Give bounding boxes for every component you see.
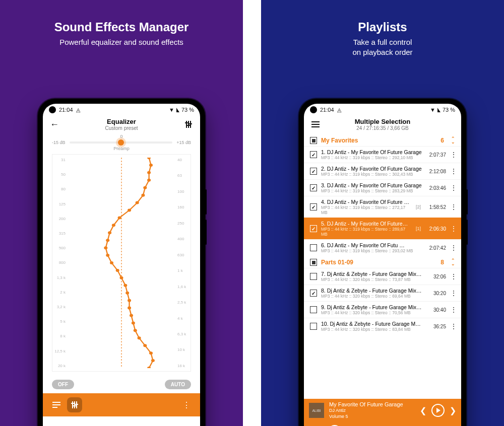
- dnd-icon: ◬: [76, 107, 80, 113]
- track-overflow-icon[interactable]: ⋮: [450, 245, 457, 250]
- track-row[interactable]: 4. DJ Antiz - My Favorite Of Future …MP3…: [304, 196, 461, 218]
- svg-point-23: [132, 321, 135, 324]
- hero-subtitle: Take a full controlon playback order: [261, 37, 504, 58]
- track-duration: 2:12:08: [426, 169, 446, 174]
- prev-icon[interactable]: ❮: [420, 406, 426, 415]
- track-title: 2. DJ Antiz - My Favorite Of Future Gara…: [321, 166, 422, 172]
- axis-tick: 20 k: [54, 364, 66, 368]
- track-duration: 2:07:37: [426, 152, 446, 158]
- track-checkbox[interactable]: [310, 323, 317, 330]
- axis-tick: 63: [177, 173, 188, 178]
- track-meta: MP3 :: 44 kHz :: 320 kbps :: Stereo :: 6…: [321, 294, 422, 299]
- track-title: 10. Dj Antiz & Zebyte - Future Garage Mi…: [321, 321, 422, 327]
- section-name: My Favorites: [321, 137, 358, 144]
- track-checkbox[interactable]: [310, 203, 317, 210]
- svg-point-24: [134, 329, 137, 332]
- axis-tick: 6,3 k: [177, 332, 188, 336]
- playlist-section-header[interactable]: My Favorites 6 ⌃⌄: [304, 134, 461, 146]
- eq-nav-icon[interactable]: [67, 397, 82, 412]
- track-row[interactable]: 7. Dj Antiz & Zebyte - Future Garage Mix…: [304, 268, 461, 285]
- now-playing-bar[interactable]: ALIBI My Favorite Of Future Garage DJ An…: [304, 399, 461, 422]
- track-meta: MP3 :: 44 kHz :: 319 kbps :: Stereo :: 2…: [321, 188, 422, 193]
- svg-point-15: [110, 261, 113, 264]
- eq-auto-button[interactable]: AUTO: [165, 380, 191, 389]
- next-icon[interactable]: ❯: [450, 406, 456, 415]
- track-meta: MP3 :: 44 kHz :: 320 kbps :: Stereo :: 8…: [321, 327, 422, 332]
- track-overflow-icon[interactable]: ⋮: [450, 204, 457, 209]
- battery-text: 73 %: [181, 107, 194, 113]
- eq-off-button[interactable]: OFF: [52, 380, 74, 389]
- track-checkbox[interactable]: [310, 184, 317, 191]
- svg-point-18: [123, 284, 127, 287]
- phone-frame: 21:04 ◬ ▼ 73 % ← Equalizer Custom preset: [38, 99, 205, 426]
- back-icon[interactable]: ←: [48, 118, 61, 131]
- svg-point-6: [141, 194, 145, 197]
- track-checkbox[interactable]: [310, 225, 317, 232]
- track-title: 9. Dj Antiz & Zebyte - Future Garage Mix…: [321, 304, 422, 310]
- preamp-knob[interactable]: [118, 139, 124, 146]
- track-title: 3. DJ Antiz - My Favorite Of Future Gara…: [321, 182, 422, 188]
- track-row[interactable]: 5. DJ Antiz - My Favorite Of Future…MP3 …: [304, 218, 461, 239]
- track-duration: 32:06: [426, 274, 446, 279]
- status-bar: 21:04 ◬ ▼ 73 %: [43, 104, 200, 116]
- now-title: My Favorite Of Future Garage: [329, 401, 415, 407]
- overflow-icon[interactable]: ⋮: [179, 397, 194, 412]
- playlist-section-header[interactable]: Parts 01-09 8 ⌃⌄: [304, 256, 461, 268]
- track-row[interactable]: 2. DJ Antiz - My Favorite Of Future Gara…: [304, 163, 461, 179]
- axis-tick: 100: [177, 189, 188, 194]
- svg-point-14: [106, 254, 109, 257]
- track-meta: MP3 :: 44 kHz :: 319 kbps :: Stereo :: 2…: [321, 227, 411, 237]
- track-row[interactable]: 1. DJ Antiz - My Favorite Of Future Gara…: [304, 146, 461, 163]
- section-checkbox-icon[interactable]: [310, 259, 317, 266]
- section-checkbox-icon[interactable]: [310, 137, 317, 144]
- axis-tick: 1,6 k: [177, 285, 188, 289]
- track-overflow-icon[interactable]: ⋮: [450, 226, 457, 231]
- track-overflow-icon[interactable]: ⋮: [450, 307, 457, 312]
- track-overflow-icon[interactable]: ⋮: [450, 185, 457, 190]
- svg-point-8: [128, 209, 131, 212]
- track-row[interactable]: 10. Dj Antiz & Zebyte - Future Garage Mi…: [304, 318, 461, 334]
- playlist-nav-icon[interactable]: [49, 397, 64, 412]
- track-title: 1. DJ Antiz - My Favorite Of Future Gara…: [321, 149, 422, 155]
- axis-tick: 315: [54, 231, 66, 236]
- track-duration: 36:25: [426, 324, 446, 329]
- svg-point-13: [104, 246, 107, 249]
- axis-tick: 1,3 k: [54, 275, 66, 280]
- track-row[interactable]: 3. DJ Antiz - My Favorite Of Future Gara…: [304, 179, 461, 196]
- section-sort-icon[interactable]: ⌃⌄: [451, 137, 455, 144]
- track-overflow-icon[interactable]: ⋮: [450, 324, 457, 329]
- svg-point-20: [128, 299, 131, 302]
- track-checkbox[interactable]: [310, 306, 317, 313]
- preamp-slider[interactable]: [70, 141, 173, 144]
- track-row[interactable]: 9. Dj Antiz & Zebyte - Future Garage Mix…: [304, 301, 461, 318]
- track-overflow-icon[interactable]: ⋮: [450, 169, 457, 174]
- track-duration: 2:06:30: [426, 226, 446, 232]
- track-title: 4. DJ Antiz - My Favorite Of Future …: [321, 199, 411, 205]
- menu-icon[interactable]: [309, 118, 322, 131]
- track-title: 7. Dj Antiz & Zebyte - Future Garage Mix…: [321, 271, 422, 277]
- track-overflow-icon[interactable]: ⋮: [450, 274, 457, 279]
- play-icon[interactable]: [431, 404, 445, 417]
- svg-point-28: [151, 359, 155, 362]
- track-checkbox[interactable]: [310, 151, 317, 158]
- track-duration: 2:03:46: [426, 185, 446, 191]
- track-checkbox[interactable]: [310, 168, 317, 175]
- section-sort-icon[interactable]: ⌃⌄: [451, 259, 455, 266]
- page-subtitle: Custom preset: [61, 125, 182, 131]
- axis-tick: 50: [54, 172, 66, 177]
- track-row[interactable]: 8. Dj Antiz & Zebyte - Future Garage Mix…: [304, 285, 461, 301]
- status-time: 21:04: [320, 107, 334, 113]
- track-checkbox[interactable]: [310, 244, 317, 251]
- axis-tick: 10 k: [177, 347, 188, 352]
- svg-point-26: [143, 344, 147, 347]
- eq-settings-icon[interactable]: [182, 118, 195, 131]
- track-badge: [2]: [415, 204, 422, 209]
- track-checkbox[interactable]: [310, 290, 317, 297]
- camera-cutout-icon: [49, 106, 56, 113]
- track-overflow-icon[interactable]: ⋮: [450, 291, 457, 296]
- track-checkbox[interactable]: [310, 273, 317, 280]
- track-row[interactable]: 6. DJ Antiz - My Favorite Of Futu …MP3 :…: [304, 239, 461, 256]
- page-title: Multiple Selection: [322, 118, 443, 125]
- track-overflow-icon[interactable]: ⋮: [450, 152, 457, 157]
- eq-graph[interactable]: 3150801252003155008001,3 k2 k3,2 k5 k8 k…: [52, 154, 191, 372]
